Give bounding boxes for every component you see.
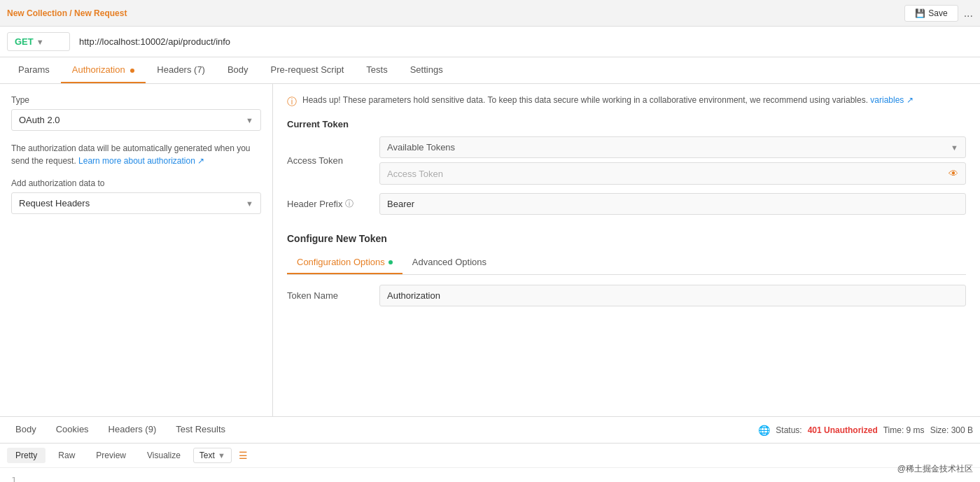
token-name-label: Token Name xyxy=(287,290,371,301)
bottom-tabs: Body Cookies Headers (9) Test Results 🌐 … xyxy=(0,417,980,444)
save-button[interactable]: 💾 Save xyxy=(904,5,958,22)
tabs-row: Params Authorization Headers (7) Body Pr… xyxy=(0,57,980,84)
tab-params-label: Params xyxy=(18,64,50,75)
warning-icon: ⓘ xyxy=(287,94,297,109)
type-row: Type OAuth 2.0 ▼ xyxy=(11,95,261,131)
watermark: @稀土掘金技术社区 xyxy=(897,463,973,475)
tab-tests[interactable]: Tests xyxy=(355,57,398,83)
header-prefix-input-wrapper: Bearer xyxy=(379,193,966,215)
advanced-options-label: Advanced Options xyxy=(412,257,486,267)
text-format-chevron: ▼ xyxy=(218,451,225,460)
type-select[interactable]: OAuth 2.0 ▼ xyxy=(11,109,261,131)
tab-body[interactable]: Body xyxy=(216,57,260,83)
status-label: Status: xyxy=(776,425,802,435)
line-numbers: 1 xyxy=(11,475,17,482)
tab-prerequest-label: Pre-request Script xyxy=(271,64,344,75)
bottom-tab-test-results[interactable]: Test Results xyxy=(167,418,234,441)
more-button[interactable]: ... xyxy=(964,7,973,20)
main-content: Type OAuth 2.0 ▼ The authorization data … xyxy=(0,84,980,416)
breadcrumb-page: New Request xyxy=(74,8,127,18)
code-area: 1 xyxy=(0,468,980,482)
configure-title: Configure New Token xyxy=(287,233,966,244)
url-input[interactable] xyxy=(76,33,973,50)
size-label: Size: 300 B xyxy=(930,425,973,435)
tab-prerequest[interactable]: Pre-request Script xyxy=(260,57,356,83)
resp-tab-visualize[interactable]: Visualize xyxy=(139,448,189,463)
access-token-row: Access Token Available Tokens ▼ Access T… xyxy=(287,136,966,185)
bottom-tab-body[interactable]: Body xyxy=(7,418,45,441)
access-token-placeholder: Access Token xyxy=(387,169,443,179)
access-token-label: Access Token xyxy=(287,155,371,166)
warning-box: ⓘ Heads up! These parameters hold sensit… xyxy=(287,94,966,109)
save-label: Save xyxy=(928,8,947,18)
add-auth-select[interactable]: Request Headers ▼ xyxy=(11,192,261,214)
resp-tab-raw[interactable]: Raw xyxy=(50,448,83,463)
text-format-value: Text xyxy=(200,451,215,460)
add-auth-chevron: ▼ xyxy=(246,199,253,208)
tab-authorization-label: Authorization xyxy=(72,64,125,75)
configure-new-token-section: Configure New Token Configuration Option… xyxy=(287,233,966,315)
tab-authorization[interactable]: Authorization xyxy=(61,57,146,83)
resp-tab-pretty[interactable]: Pretty xyxy=(7,448,46,463)
tab-headers[interactable]: Headers (7) xyxy=(146,57,216,83)
available-tokens-dropdown[interactable]: Available Tokens ▼ xyxy=(379,136,966,158)
bottom-tab-cookies[interactable]: Cookies xyxy=(48,418,97,441)
tab-settings[interactable]: Settings xyxy=(399,57,454,83)
header-prefix-row: Header Prefix ⓘ Bearer xyxy=(287,193,966,215)
tab-tests-label: Tests xyxy=(366,64,387,75)
token-name-row: Token Name Authorization xyxy=(287,285,966,306)
authorization-dot xyxy=(130,69,134,73)
warning-text: Heads up! These parameters hold sensitiv… xyxy=(302,94,913,106)
breadcrumb-separator: / xyxy=(69,8,71,18)
config-options-label: Configuration Options xyxy=(297,257,385,267)
tab-headers-label: Headers (7) xyxy=(157,64,205,75)
header-prefix-label: Header Prefix ⓘ xyxy=(287,198,371,210)
config-options-dot xyxy=(388,260,393,264)
header-prefix-info-icon: ⓘ xyxy=(345,198,354,210)
globe-icon: 🌐 xyxy=(758,425,770,436)
add-auth-row: Add authorization data to Request Header… xyxy=(11,178,261,214)
available-tokens-chevron: ▼ xyxy=(951,143,958,152)
token-name-input-wrapper: Authorization xyxy=(379,285,966,306)
top-bar: New Collection / New Request 💾 Save ... xyxy=(0,0,980,27)
token-name-input[interactable]: Authorization xyxy=(379,285,966,306)
bottom-section: Body Cookies Headers (9) Test Results 🌐 … xyxy=(0,416,980,482)
tab-body-label: Body xyxy=(227,64,248,75)
left-panel: Type OAuth 2.0 ▼ The authorization data … xyxy=(0,84,273,416)
status-code: 401 Unauthorized xyxy=(808,425,878,435)
access-token-field[interactable]: Access Token 👁 xyxy=(379,162,966,185)
wrap-icon[interactable]: ☰ xyxy=(236,448,251,463)
method-select[interactable]: GET ▼ xyxy=(7,32,70,51)
auth-info-text: The authorization data will be automatic… xyxy=(11,142,261,167)
current-token-section: Current Token Access Token Available Tok… xyxy=(287,119,966,223)
type-value: OAuth 2.0 xyxy=(19,115,60,125)
variables-link[interactable]: variables ↗ xyxy=(870,95,913,105)
url-bar: GET ▼ xyxy=(0,27,980,57)
method-value: GET xyxy=(15,36,34,47)
resp-tab-preview[interactable]: Preview xyxy=(88,448,134,463)
sub-tab-advanced-options[interactable]: Advanced Options xyxy=(402,251,496,274)
time-label: Time: 9 ms xyxy=(883,425,925,435)
token-eye-icon[interactable]: 👁 xyxy=(948,168,958,179)
sub-tabs-row: Configuration Options Advanced Options xyxy=(287,251,966,275)
right-panel: ⓘ Heads up! These parameters hold sensit… xyxy=(273,84,980,416)
status-bar: 🌐 Status: 401 Unauthorized Time: 9 ms Si… xyxy=(758,425,973,436)
header-prefix-input[interactable]: Bearer xyxy=(379,193,966,215)
method-chevron: ▼ xyxy=(36,38,44,46)
learn-more-link[interactable]: Learn more about authorization ↗ xyxy=(78,156,204,166)
add-auth-label: Add authorization data to xyxy=(11,178,261,188)
type-chevron: ▼ xyxy=(246,116,253,125)
access-token-inputs: Available Tokens ▼ Access Token 👁 xyxy=(379,136,966,185)
breadcrumb: New Collection / New Request xyxy=(7,8,127,18)
sub-tab-config-options[interactable]: Configuration Options xyxy=(287,251,402,274)
tab-settings-label: Settings xyxy=(410,64,443,75)
type-label: Type xyxy=(11,95,261,105)
response-tabs: Pretty Raw Preview Visualize Text ▼ ☰ xyxy=(0,444,980,468)
available-tokens-text: Available Tokens xyxy=(387,142,455,153)
add-auth-value: Request Headers xyxy=(19,198,90,208)
tab-params[interactable]: Params xyxy=(7,57,61,83)
current-token-title: Current Token xyxy=(287,119,966,129)
breadcrumb-collection: New Collection xyxy=(7,8,67,18)
bottom-tab-headers[interactable]: Headers (9) xyxy=(100,418,165,441)
text-format-select[interactable]: Text ▼ xyxy=(193,448,232,463)
